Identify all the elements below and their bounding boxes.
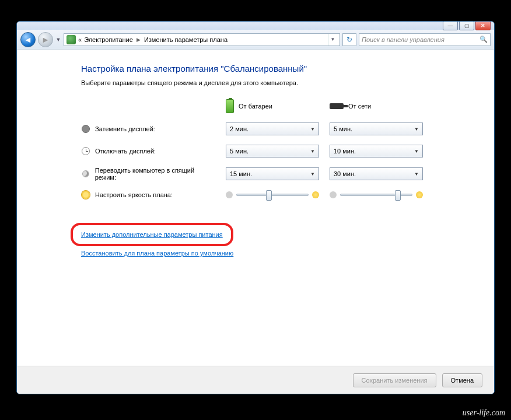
- column-header-battery: От батареи: [226, 99, 319, 113]
- turn-off-display-icon: [82, 147, 90, 155]
- save-button[interactable]: Сохранить изменения: [353, 373, 436, 387]
- sleep-icon: [82, 170, 89, 177]
- row-off-label: Отключать дисплей:: [81, 146, 215, 156]
- dim-ac-select[interactable]: 5 мин.▼: [330, 123, 423, 135]
- highlight-annotation: Изменить дополнительные параметры питани…: [71, 223, 233, 246]
- brightness-ac-slider[interactable]: [330, 191, 423, 198]
- settings-grid: От батареи От сети Затемнить дисплей: 2 …: [81, 99, 480, 200]
- brightness-high-icon: [416, 191, 423, 198]
- cancel-button[interactable]: Отмена: [442, 373, 482, 387]
- page-title: Настройка плана электропитания "Сбаланси…: [81, 64, 480, 74]
- power-options-icon: [66, 35, 76, 44]
- navigation-bar: ◄ ► ▼ « Электропитание ▶ Изменить параме…: [17, 30, 494, 50]
- chevron-down-icon: ▼: [310, 127, 315, 132]
- address-bar[interactable]: « Электропитание ▶ Изменить параметры пл…: [64, 33, 340, 46]
- search-input[interactable]: Поиск в панели управления 🔍: [359, 33, 491, 46]
- column-header-ac: От сети: [330, 103, 423, 110]
- row-brightness-label: Настроить яркость плана:: [81, 190, 215, 200]
- restore-defaults-link[interactable]: Восстановить для плана параметры по умол…: [81, 250, 233, 257]
- slider-thumb[interactable]: [395, 190, 401, 201]
- address-dropdown-icon[interactable]: ▼: [328, 34, 337, 46]
- window-controls: — ▢ ✕: [443, 21, 491, 30]
- brightness-low-icon: [330, 191, 337, 198]
- battery-icon: [226, 99, 234, 113]
- forward-button[interactable]: ►: [38, 32, 53, 47]
- row-sleep-label: Переводить компьютер в спящий режим:: [81, 167, 215, 181]
- nav-history-dropdown[interactable]: ▼: [55, 33, 61, 47]
- close-button[interactable]: ✕: [475, 21, 491, 30]
- maximize-button[interactable]: ▢: [459, 21, 474, 30]
- chevron-down-icon: ▼: [414, 127, 419, 132]
- breadcrumb-sep-icon[interactable]: ▶: [135, 37, 142, 43]
- chevron-down-icon: ▼: [310, 172, 315, 177]
- window: — ▢ ✕ ◄ ► ▼ « Электропитание ▶ Изменить …: [16, 21, 495, 394]
- refresh-button[interactable]: ↻: [342, 33, 356, 46]
- watermark: user-life.com: [463, 408, 505, 418]
- off-ac-select[interactable]: 10 мин.▼: [330, 145, 423, 158]
- links-block: Изменить дополнительные параметры питани…: [81, 223, 480, 257]
- minimize-button[interactable]: —: [443, 21, 458, 30]
- page-subtitle: Выберите параметры спящего режима и дисп…: [81, 79, 480, 86]
- brightness-battery-slider[interactable]: [226, 191, 319, 198]
- sleep-battery-select[interactable]: 15 мин.▼: [226, 167, 319, 180]
- breadcrumb-prefix: «: [78, 36, 82, 43]
- footer-bar: Сохранить изменения Отмена: [17, 366, 494, 394]
- advanced-settings-link[interactable]: Изменить дополнительные параметры питани…: [81, 231, 223, 238]
- dim-battery-select[interactable]: 2 мин.▼: [226, 123, 319, 135]
- content-area: Настройка плана электропитания "Сбаланси…: [17, 50, 494, 394]
- slider-thumb[interactable]: [266, 190, 272, 201]
- chevron-down-icon: ▼: [414, 172, 419, 177]
- sleep-ac-select[interactable]: 30 мин.▼: [330, 167, 423, 180]
- plug-icon: [330, 103, 344, 109]
- brightness-high-icon: [312, 191, 319, 198]
- titlebar: — ▢ ✕: [17, 22, 494, 30]
- row-dim-label: Затемнить дисплей:: [81, 124, 215, 134]
- search-icon[interactable]: 🔍: [480, 36, 488, 43]
- off-battery-select[interactable]: 5 мин.▼: [226, 145, 319, 158]
- chevron-down-icon: ▼: [310, 149, 315, 154]
- brightness-low-icon: [226, 191, 233, 198]
- brightness-icon: [82, 191, 90, 199]
- breadcrumb-edit-plan[interactable]: Изменить параметры плана: [144, 36, 228, 43]
- search-placeholder: Поиск в панели управления: [362, 36, 444, 43]
- dim-display-icon: [82, 125, 90, 133]
- back-button[interactable]: ◄: [20, 32, 36, 47]
- breadcrumb-power[interactable]: Электропитание: [84, 36, 133, 43]
- chevron-down-icon: ▼: [414, 149, 419, 154]
